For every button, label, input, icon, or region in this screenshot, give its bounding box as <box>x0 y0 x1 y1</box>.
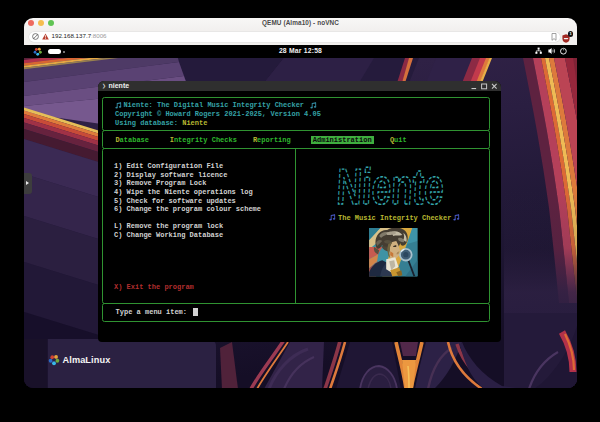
svg-text:Niente: Niente <box>337 163 445 205</box>
